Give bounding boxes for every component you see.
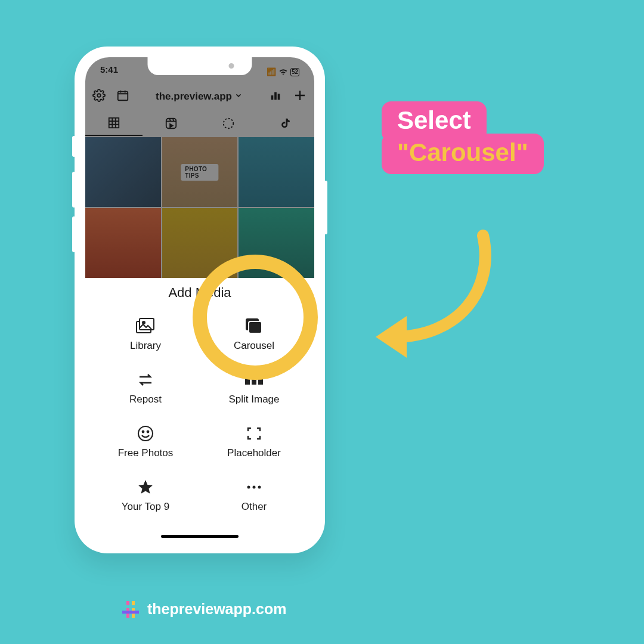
svg-point-10 [143,321,145,324]
star-icon [137,478,154,496]
phone-side-button [72,136,76,157]
battery-level: 52 [292,69,298,75]
svg-rect-15 [258,375,263,385]
svg-rect-3 [274,92,277,100]
svg-rect-23 [132,601,135,618]
feed-grid: PHOTO TIPS [85,137,314,278]
svg-point-20 [253,486,256,489]
home-indicator [161,535,239,538]
media-option-placeholder[interactable]: Placeholder [200,425,308,459]
callout-line1: Select [382,101,487,142]
media-label: Split Image [228,394,279,405]
carousel-icon [244,317,264,335]
feed-thumb[interactable]: PHOTO TIPS [162,137,238,207]
svg-rect-12 [249,321,262,333]
svg-point-0 [97,94,101,97]
svg-point-19 [247,486,250,489]
media-option-freephotos[interactable]: Free Photos [91,425,200,459]
ellipsis-icon [246,478,262,496]
status-icons: 📶 52 [267,64,299,79]
calendar-icon[interactable] [116,89,129,104]
media-option-library[interactable]: Library [91,317,200,352]
svg-rect-4 [278,94,280,100]
footer-url: thepreviewapp.com [147,600,286,618]
media-label: Your Top 9 [122,501,169,513]
svg-point-16 [138,426,153,441]
tab-tiktok[interactable] [257,111,314,136]
feed-thumb[interactable] [239,137,314,207]
plus-icon[interactable] [293,88,307,105]
split-icon [245,371,263,389]
signal-icon: 📶 [267,67,276,76]
add-media-sheet: Add Media Library Carousel [85,278,314,543]
phone-notch [148,57,252,75]
svg-rect-9 [140,318,154,330]
feed-tabs [85,111,314,136]
repost-icon [136,371,155,389]
media-label: Placeholder [227,447,281,459]
chevron-down-icon [234,91,243,103]
svg-rect-1 [118,92,128,101]
svg-point-18 [147,431,149,433]
svg-rect-5 [109,118,119,128]
media-option-split[interactable]: Split Image [200,371,308,405]
media-label: Free Photos [118,447,174,459]
photo-tips-badge: PHOTO TIPS [181,164,218,181]
media-label: Other [242,501,267,513]
media-option-top9[interactable]: Your Top 9 [91,478,200,513]
wifi-icon [278,67,288,76]
media-option-carousel[interactable]: Carousel [200,317,308,352]
tab-stories[interactable] [200,111,257,136]
svg-point-17 [143,431,144,433]
media-option-repost[interactable]: Repost [91,371,200,405]
arrow-icon [358,218,513,373]
app-toolbar: the.preview.app [85,83,314,110]
feed-thumb[interactable] [85,208,161,278]
phone-side-button [324,181,327,234]
library-icon [135,317,156,335]
phone-side-button [72,216,76,252]
svg-point-7 [224,119,234,129]
phone-screen: 5:41 📶 52 the.pre [85,57,314,543]
feed-thumb[interactable] [162,208,238,278]
logo-icon [122,601,139,618]
tab-reels[interactable] [143,111,200,136]
svg-rect-13 [245,375,250,385]
feed-thumb[interactable] [85,137,161,207]
media-label: Carousel [234,340,274,352]
status-time: 5:41 [100,64,118,79]
smile-icon [137,425,154,442]
media-option-other[interactable]: Other [200,478,308,513]
svg-rect-24 [122,605,139,608]
svg-rect-25 [122,611,139,614]
svg-point-21 [258,486,261,489]
svg-rect-22 [126,601,129,618]
placeholder-icon [246,425,262,442]
phone-frame: 5:41 📶 52 the.pre [75,47,325,553]
callout: Select "Carousel" [382,101,544,174]
footer: thepreviewapp.com [122,600,286,618]
feed-thumb[interactable] [239,208,314,278]
phone-side-button [72,172,76,208]
media-label: Library [130,340,161,352]
gear-icon[interactable] [92,89,106,104]
analytics-icon[interactable] [269,89,282,104]
media-label: Repost [129,394,162,405]
svg-rect-14 [252,375,256,385]
account-name: the.preview.app [156,91,232,103]
battery-icon: 52 [290,68,299,76]
svg-rect-2 [271,95,274,100]
account-dropdown[interactable]: the.preview.app [156,91,243,103]
sheet-title: Add Media [85,278,314,305]
tab-grid[interactable] [85,111,143,136]
